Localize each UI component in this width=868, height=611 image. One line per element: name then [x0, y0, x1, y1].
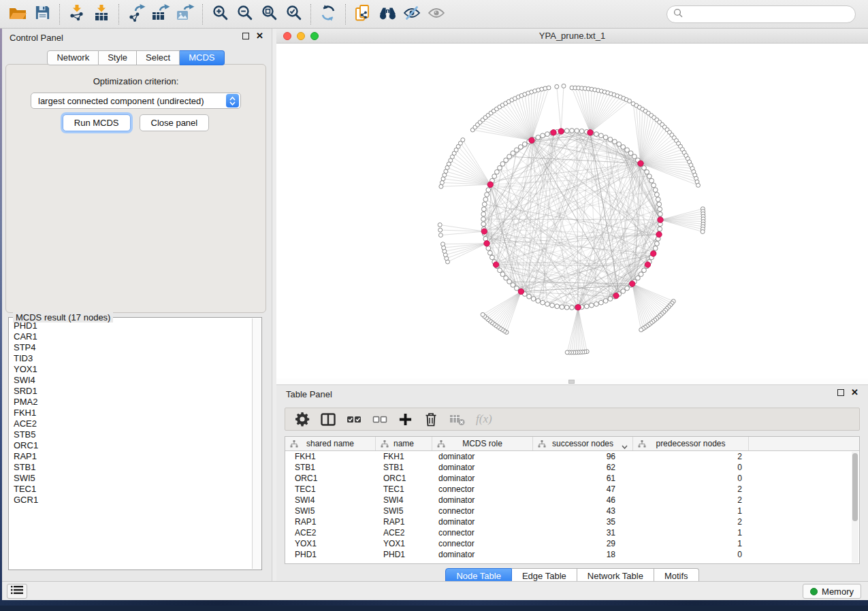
network-search-field[interactable]: [666, 5, 856, 23]
column-header-successor-nodes[interactable]: successor nodes: [533, 437, 633, 450]
mcds-result-item[interactable]: YOX1: [10, 364, 251, 375]
export-image-icon: [176, 4, 195, 24]
table-row[interactable]: SWI5SWI5connector431: [285, 506, 859, 516]
column-header-mcds-role[interactable]: MCDS role: [432, 437, 533, 450]
float-table-panel-icon[interactable]: [837, 389, 844, 396]
folder-icon: [8, 5, 27, 24]
cell-shared-name: SWI5: [285, 506, 376, 516]
export-image-button[interactable]: [173, 2, 197, 27]
network-hub-node: [558, 129, 564, 134]
toolbar-separator: [118, 4, 119, 24]
close-panel-button[interactable]: Close panel: [140, 114, 210, 131]
table-row[interactable]: RAP1RAP1dominator352: [285, 516, 859, 527]
cell-successor-nodes: 35: [533, 517, 633, 527]
import-table-button[interactable]: [89, 2, 114, 27]
network-hub-node: [484, 241, 489, 246]
cell-mcds-role: dominator: [432, 495, 533, 505]
mcds-result-item[interactable]: STB5: [10, 429, 251, 440]
function-builder-button[interactable]: f(x): [476, 412, 492, 426]
cell-successor-nodes: 31: [533, 528, 633, 538]
node-table[interactable]: shared namenameMCDS rolesuccessor nodesp…: [285, 436, 860, 564]
tab-mcds[interactable]: MCDS: [180, 50, 224, 65]
table-scrollbar[interactable]: [852, 452, 858, 563]
float-panel-icon[interactable]: [242, 33, 249, 39]
table-toolbar: f(x): [285, 408, 860, 431]
application-window: Control Panel ✕ NetworkStyleSelectMCDS O…: [0, 0, 868, 606]
binoculars-icon: [379, 5, 397, 24]
table-options-button[interactable]: [295, 412, 310, 427]
zoom-fit-button[interactable]: [257, 2, 281, 27]
mcds-result-item[interactable]: STB1: [10, 462, 251, 473]
tab-network[interactable]: Network: [47, 50, 99, 65]
mcds-result-item[interactable]: PHD1: [10, 320, 251, 331]
mcds-result-item[interactable]: CAR1: [10, 331, 251, 342]
network-window-titlebar[interactable]: YPA_prune.txt_1: [276, 29, 868, 44]
table-row[interactable]: YOX1YOX1connector291: [285, 538, 859, 549]
export-table-button[interactable]: [148, 2, 173, 27]
search-network-button[interactable]: [375, 2, 400, 27]
table-row[interactable]: ACE2ACE2connector311: [285, 527, 859, 538]
network-canvas[interactable]: [276, 44, 868, 378]
table-row[interactable]: TEC1TEC1connector472: [285, 484, 859, 495]
select-all-button[interactable]: [347, 412, 361, 427]
new-network-from-selection-button[interactable]: [351, 2, 375, 27]
optimization-criterion-select[interactable]: largest connected component (undirected): [31, 93, 241, 109]
memory-button[interactable]: Memory: [803, 584, 861, 599]
run-mcds-button[interactable]: Run MCDS: [63, 114, 131, 131]
table-row[interactable]: ORC1ORC1dominator610: [285, 473, 859, 484]
table-row[interactable]: FKH1FKH1dominator962: [285, 451, 859, 462]
horizontal-splitter[interactable]: [276, 378, 868, 384]
mcds-result-item[interactable]: TID3: [10, 353, 251, 364]
delete-table-button[interactable]: [449, 412, 465, 427]
table-row[interactable]: STB1STB1dominator620: [285, 462, 859, 473]
main-toolbar: [0, 0, 868, 29]
tab-select[interactable]: Select: [137, 50, 180, 65]
unselect-all-button[interactable]: [372, 412, 387, 427]
zoom-out-button[interactable]: [232, 2, 257, 27]
mcds-result-item[interactable]: SRD1: [10, 386, 251, 397]
delete-button[interactable]: [423, 412, 438, 427]
mcds-result-item[interactable]: ORC1: [10, 440, 251, 451]
mcds-result-item[interactable]: PMA2: [10, 397, 251, 408]
mcds-result-item[interactable]: STP4: [10, 342, 251, 353]
close-panel-icon[interactable]: ✕: [256, 33, 263, 39]
close-table-panel-icon[interactable]: ✕: [851, 389, 858, 396]
cell-name: YOX1: [376, 539, 432, 548]
mcds-result-item[interactable]: GCR1: [10, 495, 251, 506]
mcds-result-item[interactable]: FKH1: [10, 408, 251, 418]
apply-layout-button[interactable]: [316, 2, 340, 27]
column-header-name[interactable]: name: [376, 437, 432, 450]
tab-style[interactable]: Style: [99, 50, 137, 65]
add-button[interactable]: [398, 412, 413, 427]
search-input[interactable]: [687, 9, 849, 19]
open-session-button[interactable]: [5, 2, 30, 27]
hide-selected-button[interactable]: [400, 2, 424, 27]
mcds-result-item[interactable]: ACE2: [10, 418, 251, 429]
import-network-button[interactable]: [65, 2, 89, 27]
splitter-handle[interactable]: [568, 380, 575, 384]
task-history-button[interactable]: [7, 584, 27, 599]
column-header-shared-name[interactable]: shared name: [285, 437, 376, 450]
mcds-result-item[interactable]: RAP1: [10, 451, 251, 462]
network-hub-node: [588, 130, 593, 135]
save-session-button[interactable]: [30, 2, 54, 27]
network-hub-node: [656, 231, 662, 237]
export-network-button[interactable]: [124, 2, 148, 27]
show-columns-button[interactable]: [321, 412, 336, 427]
table-scrollbar-thumb[interactable]: [852, 453, 858, 521]
mcds-result-item[interactable]: SWI4: [10, 375, 251, 386]
mcds-list-scrollbar[interactable]: [252, 318, 261, 569]
mcds-result-item[interactable]: SWI5: [10, 473, 251, 484]
control-panel-title: Control Panel: [10, 33, 63, 43]
zoom-in-button[interactable]: [208, 2, 232, 27]
table-row[interactable]: SWI4SWI4dominator462: [285, 495, 859, 506]
zoom-selected-button[interactable]: [281, 2, 306, 27]
column-header-predecessor-nodes[interactable]: predecessor nodes: [633, 437, 749, 450]
cell-name: ORC1: [376, 474, 432, 483]
table-panel: Table Panel ✕ f(x) shared namenameMCDS r…: [276, 384, 868, 587]
table-row[interactable]: PHD1PHD1dominator180: [285, 549, 859, 560]
mcds-result-list[interactable]: PHD1CAR1STP4TID3YOX1SWI4SRD1PMA2FKH1ACE2…: [10, 320, 251, 568]
show-all-button[interactable]: [424, 2, 449, 27]
mcds-result-item[interactable]: TEC1: [10, 484, 251, 495]
cell-mcds-role: dominator: [432, 463, 533, 472]
